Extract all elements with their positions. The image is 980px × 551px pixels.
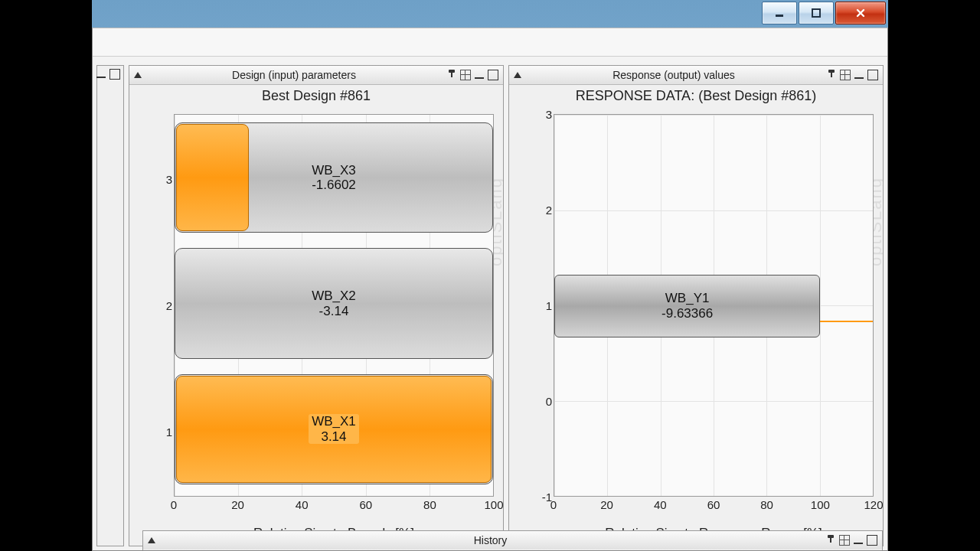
panel-minimize-icon[interactable] [96,69,106,80]
collapsed-panel-left[interactable] [96,65,124,546]
bar-wb-y1-label: WB_Y1-9.63366 [662,291,713,321]
design-parameters-panel: Design (input) parameters Best Design #8… [129,65,504,546]
letterbox-left [0,0,92,551]
svg-rect-1 [812,9,820,17]
y-ticks: 1 2 3 [155,114,172,497]
bar-wb-x2-label: WB_X2-3.14 [309,289,359,318]
design-parameters-plot[interactable]: WB_X3-1.6602 WB_X2-3.14 WB_X13.14 [174,114,494,497]
x-ticks: 0 20 40 60 80 100 120 [554,498,874,512]
response-values-body: RESPONSE DATA: (Best Design #861) optiSL… [509,85,883,546]
y-ticks: -1 0 1 2 3 [535,114,552,497]
panel-title: History [160,534,821,546]
chart-title: RESPONSE DATA: (Best Design #861) [509,88,883,104]
collapse-icon[interactable] [148,537,155,543]
chart-title: Best Design #861 [129,88,503,104]
panel-maximize-icon[interactable] [867,535,877,546]
panel-minimize-icon[interactable] [853,535,864,546]
close-icon [855,8,866,18]
pin-icon[interactable] [825,535,836,546]
panel-maximize-icon[interactable] [109,69,120,80]
app-frame: Design (input) parameters Best Design #8… [92,28,888,551]
history-panel[interactable]: History [142,530,883,550]
panel-maximize-icon[interactable] [867,70,878,80]
collapse-icon[interactable] [134,72,142,78]
bar-wb-x1[interactable]: WB_X13.14 [175,374,493,484]
response-values-header[interactable]: Response (output) values [509,66,883,85]
collapse-icon[interactable] [514,72,521,78]
x-ticks: 0 20 40 60 80 100 [174,498,494,512]
toolbar [93,28,887,57]
response-values-plot[interactable]: WB_Y1-9.63366 [554,114,874,497]
svg-rect-0 [776,15,783,17]
minimize-icon [774,8,785,18]
pin-icon[interactable] [446,70,457,80]
bar-wb-x1-label: WB_X13.14 [309,414,359,444]
grid-icon[interactable] [839,535,850,546]
minimize-button[interactable] [762,2,797,24]
grid-icon[interactable] [840,70,851,80]
panel-minimize-icon[interactable] [854,70,864,80]
window-controls [760,2,886,24]
panel-title: Design (input) parameters [146,69,442,81]
panel-title: Response (output) values [526,69,822,81]
grid-icon[interactable] [460,70,471,80]
design-parameters-body: Best Design #861 optiSLang Number of Par… [129,85,503,546]
design-parameters-header[interactable]: Design (input) parameters [129,66,503,85]
bar-wb-x3-label: WB_X3-1.6602 [309,163,359,193]
panel-area: Design (input) parameters Best Design #8… [96,65,884,546]
response-values-panel: Response (output) values RESPONSE DATA: … [508,65,884,546]
maximize-icon [811,8,822,18]
letterbox-right [888,0,980,551]
panel-maximize-icon[interactable] [488,70,498,80]
maximize-button[interactable] [799,2,834,24]
panel-minimize-icon[interactable] [474,70,485,80]
bar-wb-x3-fill [176,124,249,231]
bar-wb-x3[interactable]: WB_X3-1.6602 [175,122,493,233]
bar-wb-x2[interactable]: WB_X2-3.14 [175,248,493,358]
bar-wb-y1[interactable]: WB_Y1-9.63366 [554,275,820,337]
close-button[interactable] [835,2,886,24]
pin-icon[interactable] [826,70,837,80]
